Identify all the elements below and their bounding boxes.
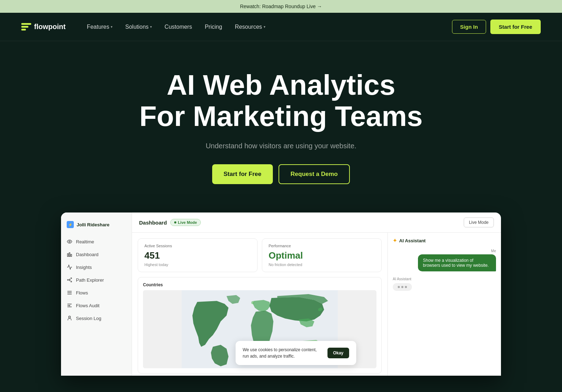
sidebar-item-path-explorer[interactable]: Path Explorer	[61, 274, 132, 286]
svg-rect-2	[69, 253, 70, 256]
banner-arrow: →	[317, 4, 322, 9]
flows-icon	[67, 290, 72, 296]
top-banner: Rewatch: Roadmap Roundup Live →	[0, 0, 562, 13]
svg-point-4	[67, 280, 68, 281]
nav-actions: Sign In Start for Free	[452, 20, 541, 34]
nav-links: Features ▾ Solutions ▾ Customers Pricing…	[87, 24, 452, 30]
star-icon: ✦	[393, 238, 397, 243]
chevron-down-icon: ▾	[264, 25, 265, 29]
hero-start-free-button[interactable]: Start for Free	[212, 164, 273, 184]
chevron-down-icon: ▾	[111, 25, 112, 29]
dot-3	[405, 286, 407, 288]
chat-me-bubble: Show me a visualization of browsers used…	[418, 254, 496, 271]
sidebar-brand: ⚡ Jolli Rideshare	[61, 218, 132, 235]
ai-header: ✦ AI Assistant	[393, 238, 496, 243]
dot-2	[401, 286, 403, 288]
dash-header: Dashboard Live Mode Live Mode	[132, 212, 501, 233]
hero-buttons: Start for Free Request a Demo	[21, 164, 541, 184]
sidebar-item-realtime[interactable]: Realtime	[61, 235, 132, 248]
path-icon	[67, 277, 72, 283]
signin-button[interactable]: Sign In	[452, 20, 486, 34]
banner-text: Rewatch: Roadmap Roundup Live	[240, 4, 315, 9]
dash-title: Dashboard Live Mode	[139, 219, 201, 226]
main-content: Dashboard Live Mode Live Mode Active Ses…	[132, 212, 501, 376]
hero-headline: AI Web Analytics For Marketing Teams	[121, 70, 441, 132]
hero-section: AI Web Analytics For Marketing Teams Und…	[0, 41, 562, 205]
insights-icon	[67, 264, 72, 270]
svg-point-7	[68, 316, 70, 318]
dashboard-wrapper: ⚡ Jolli Rideshare Realtime Dashboard Ins…	[54, 212, 508, 376]
sidebar-item-insights[interactable]: Insights	[61, 261, 132, 274]
bar-chart-icon	[67, 252, 72, 257]
sidebar-item-session-log[interactable]: Session Log	[61, 312, 132, 325]
active-sessions-card: Active Sessions 451 Highest today	[138, 238, 258, 272]
svg-rect-3	[71, 254, 72, 256]
typing-indicator	[393, 283, 412, 291]
brand-icon: ⚡	[67, 221, 74, 228]
logo-icon	[21, 23, 31, 31]
nav-customers[interactable]: Customers	[165, 24, 192, 30]
svg-point-5	[71, 278, 72, 279]
dot-1	[398, 286, 400, 288]
live-badge: Live Mode	[170, 219, 201, 226]
logo[interactable]: flowpoint	[21, 23, 66, 31]
cookie-banner: We use cookies to personalize content, r…	[236, 341, 356, 365]
svg-point-6	[71, 281, 72, 282]
hero-subtext: Understand how visitors are using your w…	[21, 142, 541, 150]
hero-demo-button[interactable]: Request a Demo	[279, 164, 350, 184]
ai-response-label: AI Assistant	[393, 277, 496, 281]
nav-solutions[interactable]: Solutions ▾	[125, 24, 152, 30]
session-icon	[67, 315, 72, 321]
live-mode-button[interactable]: Live Mode	[464, 217, 494, 227]
performance-card: Performance Optimal No friction detected	[262, 238, 382, 272]
svg-rect-1	[67, 254, 68, 256]
svg-point-0	[69, 241, 70, 242]
flows-audit-icon	[67, 303, 72, 308]
stats-row: Active Sessions 451 Highest today Perfor…	[138, 238, 382, 272]
cookie-text: We use cookies to personalize content, r…	[243, 347, 322, 359]
sidebar-item-flows[interactable]: Flows	[61, 286, 132, 299]
sidebar-item-flows-audit[interactable]: Flows Audit	[61, 299, 132, 312]
live-dot	[174, 221, 176, 223]
chat-me-label: Me	[393, 249, 496, 253]
nav-resources[interactable]: Resources ▾	[235, 24, 265, 30]
sidebar-item-dashboard[interactable]: Dashboard	[61, 248, 132, 261]
sidebar-nav: Realtime Dashboard Insights Path Explore…	[61, 235, 132, 325]
dash-left: Active Sessions 451 Highest today Perfor…	[132, 233, 387, 376]
nav-features[interactable]: Features ▾	[87, 24, 112, 30]
sidebar: ⚡ Jolli Rideshare Realtime Dashboard Ins…	[61, 212, 132, 376]
navbar: flowpoint Features ▾ Solutions ▾ Custome…	[0, 13, 562, 41]
dash-body: Active Sessions 451 Highest today Perfor…	[132, 233, 501, 376]
eye-icon	[67, 239, 72, 244]
nav-pricing[interactable]: Pricing	[205, 24, 222, 30]
start-free-button[interactable]: Start for Free	[490, 20, 541, 34]
logo-text: flowpoint	[34, 23, 66, 31]
ai-assistant-panel: ✦ AI Assistant Me Show me a visualizatio…	[387, 233, 501, 376]
chevron-down-icon: ▾	[150, 25, 152, 29]
cookie-okay-button[interactable]: Okay	[327, 348, 349, 358]
dashboard-container: ⚡ Jolli Rideshare Realtime Dashboard Ins…	[61, 212, 501, 376]
